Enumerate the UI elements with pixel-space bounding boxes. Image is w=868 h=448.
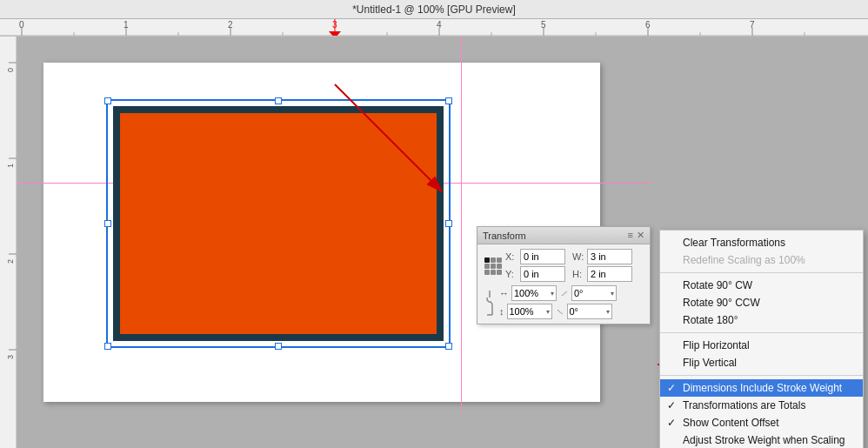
handle-middle-left[interactable] bbox=[104, 220, 111, 227]
menu-item-label: Rotate 90° CCW bbox=[683, 297, 760, 309]
w-input[interactable] bbox=[587, 249, 632, 264]
menu-separator bbox=[660, 375, 863, 376]
angle-bottom-dropdown[interactable]: 0° ▾ bbox=[567, 304, 612, 319]
menu-item-show-content-offset[interactable]: ✓Show Content Offset bbox=[660, 414, 863, 431]
handle-bottom-right[interactable] bbox=[445, 343, 452, 350]
dropdown-arrow: ▾ bbox=[611, 290, 614, 298]
ruler-top-svg: 0 1 2 3 4 5 6 7 bbox=[0, 19, 868, 36]
ref-dot[interactable] bbox=[497, 257, 502, 263]
angle-bottom-value: 0° bbox=[570, 306, 579, 317]
svg-text:3: 3 bbox=[332, 20, 337, 30]
svg-text:1: 1 bbox=[124, 20, 129, 30]
scale-h-dropdown[interactable]: 100% ▾ bbox=[507, 304, 552, 319]
menu-item-clear-transformations[interactable]: Clear Transformations bbox=[660, 234, 863, 251]
scale-h-icon: ↔ bbox=[499, 288, 509, 298]
transform-panel-body: X: Y: W: H: bbox=[477, 244, 650, 324]
menu-item-adjust-stroke-weight[interactable]: Adjust Stroke Weight when Scaling bbox=[660, 431, 863, 448]
menu-separator bbox=[660, 272, 863, 273]
svg-text:4: 4 bbox=[437, 20, 442, 30]
menu-item-flip-vertical[interactable]: Flip Vertical bbox=[660, 354, 863, 371]
scale-w-dropdown[interactable]: 100% ▾ bbox=[511, 285, 557, 301]
checkmark-icon: ✓ bbox=[667, 417, 676, 429]
ruler-left-svg: 0 1 2 3 bbox=[0, 37, 17, 448]
menu-item-label: Dimensions Include Stroke Weight bbox=[683, 382, 842, 394]
scale-rotation-row: ↔ 100% ▾ ⟋ 0° ▾ ↕ 1 bbox=[483, 285, 644, 319]
y-label: Y: bbox=[505, 269, 517, 279]
ruler-top: 0 1 2 3 4 5 6 7 bbox=[0, 19, 868, 37]
menu-item-rotate-90-cw[interactable]: Rotate 90° CW bbox=[660, 277, 863, 294]
y-input[interactable] bbox=[520, 266, 565, 282]
angle-top-dropdown[interactable]: 0° ▾ bbox=[571, 285, 617, 301]
transform-panel[interactable]: Transform ≡ ✕ bbox=[477, 226, 651, 324]
x-label: X: bbox=[505, 251, 517, 262]
handle-top-left[interactable] bbox=[104, 97, 111, 104]
svg-text:1: 1 bbox=[6, 164, 15, 168]
menu-item-flip-horizontal[interactable]: Flip Horizontal bbox=[660, 337, 863, 354]
dropdown-arrow: ▾ bbox=[546, 308, 550, 316]
menu-item-label: Transformations are Totals bbox=[683, 399, 805, 411]
handle-middle-right[interactable] bbox=[445, 220, 452, 227]
ref-dot[interactable] bbox=[484, 264, 490, 269]
w-label: W: bbox=[572, 251, 584, 262]
reference-point-grid[interactable] bbox=[483, 256, 502, 275]
h-label: H: bbox=[572, 269, 584, 279]
ref-dot[interactable] bbox=[484, 257, 490, 263]
checkmark-icon: ✓ bbox=[667, 399, 676, 411]
handle-top-right[interactable] bbox=[445, 97, 452, 104]
handle-top-center[interactable] bbox=[275, 97, 282, 104]
menu-item-rotate-90-ccw[interactable]: Rotate 90° CCW bbox=[660, 294, 863, 311]
handle-bottom-center[interactable] bbox=[275, 343, 282, 350]
shear-icon: ⟍ bbox=[555, 306, 564, 317]
menu-item-label: Flip Horizontal bbox=[683, 339, 750, 351]
menu-item-label: Clear Transformations bbox=[683, 237, 785, 249]
panel-icons: ≡ ✕ bbox=[628, 230, 644, 241]
selection-box bbox=[106, 99, 451, 348]
panel-close-icon[interactable]: ✕ bbox=[637, 230, 644, 241]
svg-text:7: 7 bbox=[750, 20, 755, 30]
window-title: *Untitled-1 @ 100% [GPU Preview] bbox=[352, 3, 516, 16]
svg-text:0: 0 bbox=[19, 20, 24, 30]
ref-dot[interactable] bbox=[491, 257, 496, 263]
transform-panel-header[interactable]: Transform ≡ ✕ bbox=[477, 227, 650, 244]
ref-dot[interactable] bbox=[497, 264, 502, 269]
ref-dot[interactable] bbox=[484, 270, 490, 275]
svg-text:3: 3 bbox=[6, 355, 15, 359]
menu-item-label: Rotate 180° bbox=[683, 314, 738, 326]
menu-item-transformations-totals[interactable]: ✓Transformations are Totals bbox=[660, 397, 863, 414]
ref-dot[interactable] bbox=[491, 264, 496, 269]
menu-item-label: Show Content Offset bbox=[683, 417, 779, 429]
ruler-left: 0 1 2 3 bbox=[0, 37, 17, 448]
scale-v-icon: ↕ bbox=[499, 306, 504, 317]
menu-item-redefine-scaling: Redefine Scaling as 100% bbox=[660, 251, 863, 269]
transform-panel-title: Transform bbox=[483, 231, 526, 241]
svg-text:0: 0 bbox=[6, 68, 15, 72]
link-icon[interactable] bbox=[483, 288, 497, 318]
menu-item-rotate-180[interactable]: Rotate 180° bbox=[660, 311, 863, 329]
ref-dot[interactable] bbox=[497, 270, 502, 275]
panel-collapse-icon[interactable]: ≡ bbox=[628, 230, 633, 241]
canvas-area[interactable]: Transform ≡ ✕ bbox=[0, 37, 868, 448]
ref-dot[interactable] bbox=[491, 270, 496, 275]
svg-text:6: 6 bbox=[645, 20, 651, 30]
svg-text:5: 5 bbox=[541, 20, 546, 30]
h-input[interactable] bbox=[587, 266, 632, 282]
menu-item-label: Redefine Scaling as 100% bbox=[683, 254, 805, 266]
title-bar: *Untitled-1 @ 100% [GPU Preview] bbox=[0, 0, 868, 19]
x-input[interactable] bbox=[520, 249, 565, 264]
menu-item-label: Adjust Stroke Weight when Scaling bbox=[683, 434, 845, 446]
menu-item-label: Rotate 90° CW bbox=[683, 279, 752, 291]
selected-object[interactable] bbox=[113, 106, 444, 341]
menu-separator bbox=[660, 332, 863, 333]
svg-text:2: 2 bbox=[228, 20, 233, 30]
menu-item-dimensions-include-stroke[interactable]: ✓Dimensions Include Stroke Weight bbox=[660, 379, 863, 397]
dropdown-arrow: ▾ bbox=[551, 290, 554, 298]
checkmark-icon: ✓ bbox=[667, 382, 676, 394]
scale-h-value: 100% bbox=[510, 306, 534, 317]
svg-marker-9 bbox=[329, 31, 341, 36]
handle-bottom-left[interactable] bbox=[104, 343, 111, 350]
transform-xy-row: X: Y: W: H: bbox=[483, 249, 644, 282]
svg-text:2: 2 bbox=[6, 259, 15, 264]
scale-w-value: 100% bbox=[514, 288, 538, 298]
context-menu[interactable]: Clear TransformationsRedefine Scaling as… bbox=[659, 230, 864, 448]
angle-top-value: 0° bbox=[574, 288, 584, 298]
